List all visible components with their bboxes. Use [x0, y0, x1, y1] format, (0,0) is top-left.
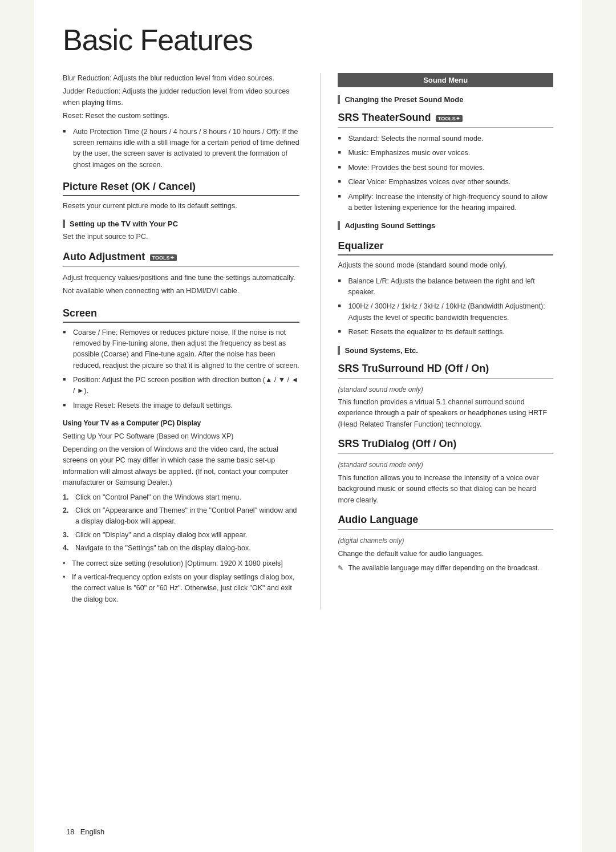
footer: 18 English	[63, 826, 104, 836]
auto-adjustment-section: Auto Adjustment TOOLS✦ Adjust frequency …	[63, 251, 299, 297]
dot-list: The correct size setting (resolution) [O…	[63, 558, 299, 605]
eq-reset: Reset: Resets the equalizer to its defau…	[338, 327, 553, 338]
srs-trudialog-body: This function allows you to increase the…	[338, 473, 553, 506]
num-2: 2.	[63, 505, 68, 516]
srs-theater-section: SRS TheaterSound TOOLS✦ Standard: Select…	[338, 112, 553, 213]
srs-trusurround-body: This function provides a virtual 5.1 cha…	[338, 397, 553, 430]
srs-amplify: Amplify: Increase the intensity of high-…	[338, 192, 553, 214]
auto-adjustment-body2: Not available when connecting with an HD…	[63, 286, 299, 297]
numbered-item-3: 3.Click on "Display" and a display dialo…	[63, 530, 299, 541]
srs-theater-heading: SRS TheaterSound	[338, 112, 431, 123]
intro-block: Blur Reduction: Adjusts the blur reducti…	[63, 73, 299, 171]
dot-item-1: The correct size setting (resolution) [O…	[63, 558, 299, 569]
page-title: Basic Features	[63, 23, 553, 57]
numbered-list: 1.Click on "Control Panel" on the Window…	[63, 492, 299, 554]
srs-trusurround-heading: SRS TruSurround HD (Off / On)	[338, 363, 489, 374]
screen-position: Position: Adjust the PC screen position …	[63, 375, 299, 397]
srs-trusurround-section: SRS TruSurround HD (Off / On) (standard …	[338, 363, 553, 431]
audio-language-note: (digital channels only)	[338, 535, 553, 546]
srs-theater-bullets: Standard: Selects the normal sound mode.…	[338, 133, 553, 213]
equalizer-body: Adjusts the sound mode (standard sound m…	[338, 260, 553, 271]
setting-up-tv-subheading: Setting up the TV with Your PC	[63, 220, 299, 228]
num-3: 3.	[63, 530, 68, 541]
numbered-item-4: 4.Navigate to the "Settings" tab on the …	[63, 543, 299, 554]
audio-language-section: Audio Language (digital channels only) C…	[338, 514, 553, 574]
srs-standard: Standard: Selects the normal sound mode.	[338, 133, 553, 144]
sound-systems-subheading: Sound Systems, Etc.	[338, 346, 553, 355]
using-tv-body2: Depending on the version of Windows and …	[63, 444, 299, 489]
picture-reset-body: Resets your current picture mode to its …	[63, 201, 299, 212]
auto-adjustment-heading: Auto Adjustment	[63, 251, 145, 262]
picture-reset-heading: Picture Reset (OK / Cancel)	[63, 181, 299, 196]
footer-number: 18	[66, 827, 74, 836]
equalizer-bullets: Balance L/R: Adjusts the balance between…	[338, 276, 553, 338]
two-column-layout: Blur Reduction: Adjusts the blur reducti…	[63, 73, 553, 610]
numbered-item-2: 2.Click on "Appearance and Themes" in th…	[63, 505, 299, 528]
audio-language-body: Change the default value for audio langu…	[338, 549, 553, 559]
using-tv-sub: Using Your TV as a Computer (PC) Display	[63, 418, 299, 429]
adjusting-sound-subheading: Adjusting Sound Settings	[338, 221, 553, 230]
screen-bullet-list: Coarse / Fine: Removes or reduces pictur…	[63, 327, 299, 412]
auto-adjustment-body1: Adjust frequency values/positions and fi…	[63, 273, 299, 283]
screen-coarse-fine: Coarse / Fine: Removes or reduces pictur…	[63, 327, 299, 372]
num-1: 1.	[63, 492, 68, 503]
dot-item-2: If a vertical-frequency option exists on…	[63, 572, 299, 605]
sound-menu-header: Sound Menu	[338, 73, 553, 87]
equalizer-heading: Equalizer	[338, 240, 553, 255]
srs-clear-voice: Clear Voice: Emphasizes voices over othe…	[338, 177, 553, 188]
srs-trudialog-note: (standard sound mode only)	[338, 460, 553, 470]
intro-bullet-list: Auto Protection Time (2 hours / 4 hours …	[63, 127, 299, 171]
screen-image-reset: Image Reset: Resets the image to default…	[63, 400, 299, 411]
left-column: Blur Reduction: Adjusts the blur reducti…	[63, 73, 299, 610]
changing-preset-subheading: Changing the Preset Sound Mode	[338, 95, 553, 104]
eq-frequencies: 100Hz / 300Hz / 1kHz / 3kHz / 10kHz (Ban…	[338, 301, 553, 323]
judder-reduction-text: Judder Reduction: Adjusts the judder red…	[63, 86, 299, 108]
num-4: 4.	[63, 543, 68, 554]
eq-balance: Balance L/R: Adjusts the balance between…	[338, 276, 553, 298]
audio-language-pencil-note: The available language may differ depend…	[338, 563, 553, 574]
footer-lang: English	[80, 827, 105, 836]
reset-text: Reset: Reset the custom settings.	[63, 111, 299, 121]
auto-protection-item: Auto Protection Time (2 hours / 4 hours …	[63, 127, 299, 171]
screen-heading: Screen	[63, 307, 299, 323]
page: Basic Features Blur Reduction: Adjusts t…	[34, 0, 582, 852]
srs-trudialog-heading: SRS TruDialog (Off / On)	[338, 438, 456, 449]
right-column: Sound Menu Changing the Preset Sound Mod…	[320, 73, 553, 610]
setting-up-tv-body: Set the input source to PC.	[63, 232, 299, 242]
blur-reduction-text: Blur Reduction: Adjusts the blur reducti…	[63, 73, 299, 84]
srs-trudialog-section: SRS TruDialog (Off / On) (standard sound…	[338, 438, 553, 506]
srs-trusurround-note: (standard sound mode only)	[338, 384, 553, 395]
srs-music: Music: Emphasizes music over voices.	[338, 148, 553, 159]
auto-adjustment-tools-badge: TOOLS✦	[150, 254, 177, 261]
audio-language-heading: Audio Language	[338, 514, 418, 525]
using-tv-body1: Setting Up Your PC Software (Based on Wi…	[63, 431, 299, 442]
srs-movie: Movie: Provides the best sound for movie…	[338, 163, 553, 173]
numbered-item-1: 1.Click on "Control Panel" on the Window…	[63, 492, 299, 503]
srs-theater-tools-badge: TOOLS✦	[436, 115, 463, 122]
